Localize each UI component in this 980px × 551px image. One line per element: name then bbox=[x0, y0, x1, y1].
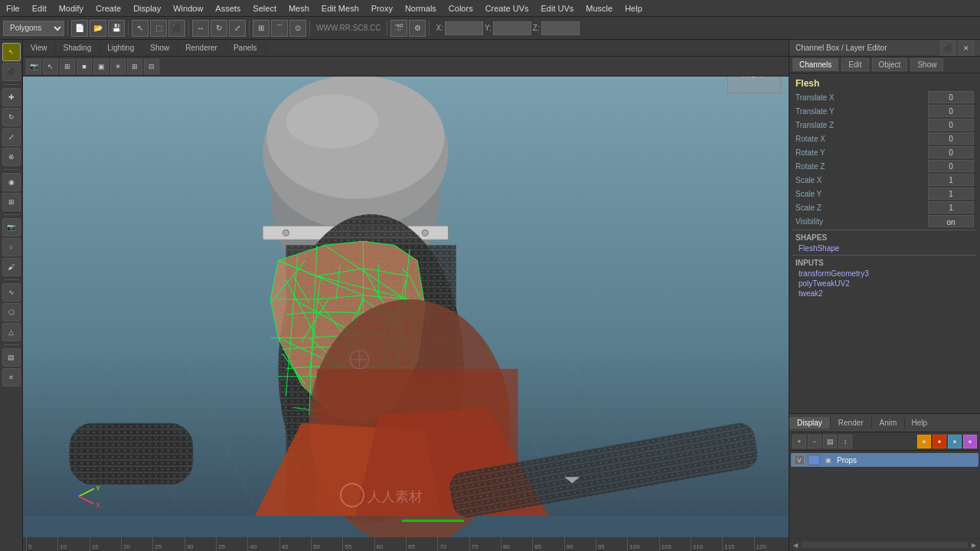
input-item-1[interactable]: polyTweakUV2 bbox=[792, 279, 977, 289]
shading-tab[interactable]: Shading bbox=[56, 42, 100, 54]
attr-val-sx[interactable]: 1 bbox=[928, 174, 974, 186]
vp-smooth-btn[interactable]: ■ bbox=[77, 59, 92, 74]
shape-name[interactable]: FleshShape bbox=[792, 243, 977, 253]
joint-btn[interactable]: ○ bbox=[2, 238, 21, 256]
vp-camera-btn[interactable]: 📷 bbox=[26, 59, 41, 74]
file-open-btn[interactable]: 📂 bbox=[90, 20, 106, 37]
snap-curve[interactable]: ⌒ bbox=[271, 20, 288, 37]
y-input[interactable] bbox=[493, 21, 531, 35]
tick-100[interactable]: 100 bbox=[627, 537, 658, 551]
render-settings[interactable]: ⚙ bbox=[409, 20, 426, 37]
tick-95[interactable]: 95 bbox=[596, 537, 627, 551]
tick-85[interactable]: 85 bbox=[532, 537, 564, 551]
attr-val-ty[interactable]: 0 bbox=[928, 105, 974, 117]
layer-tab-render[interactable]: Render bbox=[831, 417, 872, 429]
layer-color4-btn[interactable]: ● bbox=[963, 435, 977, 448]
vp-texture-btn[interactable]: ▣ bbox=[93, 59, 109, 74]
paint-skin-btn[interactable]: 🖌 bbox=[2, 258, 21, 276]
tick-55[interactable]: 55 bbox=[342, 537, 374, 551]
scale-tool[interactable]: ⤢ bbox=[229, 20, 246, 37]
layer-tab-anim[interactable]: Anim bbox=[872, 417, 906, 429]
layer-vis-btn[interactable]: V bbox=[794, 455, 805, 465]
menu-normals[interactable]: Normals bbox=[399, 2, 443, 15]
layer-options-btn[interactable]: ▤ bbox=[823, 435, 837, 448]
layer-tab-help[interactable]: Help bbox=[905, 417, 933, 429]
paint-tool[interactable]: ⬛ bbox=[168, 20, 185, 37]
snap-grid[interactable]: ⊞ bbox=[253, 20, 270, 37]
layer-add-btn[interactable]: + bbox=[792, 435, 806, 448]
rotate-tool-btn[interactable]: ↻ bbox=[2, 108, 21, 126]
z-input[interactable] bbox=[541, 21, 580, 35]
tick-115[interactable]: 115 bbox=[722, 537, 753, 551]
tick-90[interactable]: 90 bbox=[564, 537, 596, 551]
tick-65[interactable]: 65 bbox=[406, 537, 437, 551]
tick-105[interactable]: 105 bbox=[659, 537, 691, 551]
attr-rotate-x[interactable]: Rotate X 0 bbox=[792, 132, 977, 145]
cb-object-name[interactable]: Flesh bbox=[792, 77, 977, 90]
attr-scale-y[interactable]: Scale Y 1 bbox=[792, 187, 977, 201]
cb-tab-channels[interactable]: Channels bbox=[792, 58, 838, 71]
menu-create[interactable]: Create bbox=[90, 2, 127, 15]
render-btn[interactable]: 🎬 bbox=[390, 20, 407, 37]
move-tool-btn[interactable]: ✚ bbox=[2, 88, 21, 106]
layer-color3-btn[interactable]: ● bbox=[948, 435, 962, 448]
timeline[interactable]: 5 10 15 20 25 30 35 40 45 50 55 60 65 70… bbox=[23, 537, 789, 551]
x-input[interactable] bbox=[445, 21, 483, 35]
tick-5[interactable]: 5 bbox=[26, 537, 57, 551]
mode-select[interactable]: Polygons bbox=[3, 21, 64, 36]
vp-wireframe-btn[interactable]: ⊞ bbox=[60, 59, 75, 74]
attr-scale-x[interactable]: Scale X 1 bbox=[792, 173, 977, 187]
viewport[interactable]: View Shading Lighting Show Renderer Pane… bbox=[23, 40, 789, 551]
menu-colors[interactable]: Colors bbox=[443, 2, 479, 15]
layer-color1-btn[interactable]: ● bbox=[917, 435, 931, 448]
attr-translate-y[interactable]: Translate Y 0 bbox=[792, 104, 977, 118]
attr-val-rz[interactable]: 0 bbox=[928, 160, 974, 172]
vp-select-btn[interactable]: ↖ bbox=[43, 59, 58, 74]
attr-val-vis[interactable]: on bbox=[928, 215, 974, 227]
renderer-tab[interactable]: Renderer bbox=[178, 42, 226, 54]
menu-file[interactable]: File bbox=[0, 2, 26, 15]
layer-btn[interactable]: ▤ bbox=[2, 348, 21, 367]
snap-point[interactable]: ⊙ bbox=[289, 20, 306, 37]
vp-hud-btn[interactable]: ⊟ bbox=[144, 59, 159, 74]
menu-select[interactable]: Select bbox=[247, 2, 283, 15]
attr-translate-x[interactable]: Translate X 0 bbox=[792, 90, 977, 104]
camera-btn[interactable]: 📷 bbox=[2, 218, 21, 236]
attr-val-sz[interactable]: 1 bbox=[928, 201, 974, 214]
lasso-tool[interactable]: ⬚ bbox=[150, 20, 167, 37]
universal-manip[interactable]: ⊕ bbox=[2, 148, 21, 166]
tick-20[interactable]: 20 bbox=[121, 537, 152, 551]
tick-25[interactable]: 25 bbox=[152, 537, 184, 551]
attr-editor-btn[interactable]: ≡ bbox=[2, 368, 21, 386]
tick-10[interactable]: 10 bbox=[57, 537, 89, 551]
show-manip-btn[interactable]: ⊞ bbox=[2, 193, 21, 211]
menu-modify[interactable]: Modify bbox=[53, 2, 90, 15]
translate-tool[interactable]: ↔ bbox=[192, 20, 209, 37]
menu-assets[interactable]: Assets bbox=[209, 2, 247, 15]
tick-60[interactable]: 60 bbox=[374, 537, 406, 551]
menu-edit-uvs[interactable]: Edit UVs bbox=[535, 2, 580, 15]
attr-val-tx[interactable]: 0 bbox=[928, 91, 974, 103]
attr-scale-z[interactable]: Scale Z 1 bbox=[792, 201, 977, 214]
attr-rotate-y[interactable]: Rotate Y 0 bbox=[792, 145, 977, 159]
menu-mesh[interactable]: Mesh bbox=[283, 2, 315, 15]
cb-tab-edit[interactable]: Edit bbox=[841, 58, 868, 71]
scroll-right-arrow[interactable]: ▶ bbox=[969, 540, 978, 549]
polygon-btn[interactable]: △ bbox=[2, 323, 21, 341]
attr-visibility[interactable]: Visibility on bbox=[792, 214, 977, 228]
tick-50[interactable]: 50 bbox=[311, 537, 342, 551]
tick-35[interactable]: 35 bbox=[216, 537, 247, 551]
scroll-track[interactable] bbox=[802, 542, 968, 548]
vp-light-btn[interactable]: ☀ bbox=[110, 59, 126, 74]
surface-btn[interactable]: ⬡ bbox=[2, 303, 21, 321]
menu-edit-mesh[interactable]: Edit Mesh bbox=[315, 2, 365, 15]
tick-110[interactable]: 110 bbox=[691, 537, 722, 551]
attr-val-ry[interactable]: 0 bbox=[928, 146, 974, 158]
tick-40[interactable]: 40 bbox=[247, 537, 279, 551]
scroll-left-arrow[interactable]: ◀ bbox=[791, 540, 800, 549]
panels-tab[interactable]: Panels bbox=[226, 42, 266, 54]
menu-proxy[interactable]: Proxy bbox=[365, 2, 399, 15]
menu-window[interactable]: Window bbox=[167, 2, 209, 15]
tick-75[interactable]: 75 bbox=[469, 537, 501, 551]
attr-val-tz[interactable]: 0 bbox=[928, 119, 974, 131]
